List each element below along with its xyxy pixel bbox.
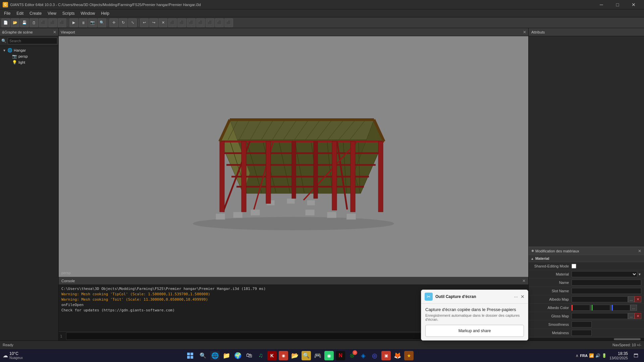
smoothness-row: Smoothness 0 [529, 320, 644, 329]
toolbar-save[interactable]: 💾 [20, 18, 29, 27]
weather-desc: Nuageux [9, 356, 23, 360]
start-button[interactable] [185, 350, 196, 361]
toolbar-btn-more4[interactable]: ⬛ [196, 18, 205, 27]
scene-graph-close[interactable]: ✕ [53, 30, 56, 35]
toolbar-btn-more6[interactable]: ⬛ [215, 18, 224, 27]
shared-editing-checkbox[interactable] [572, 264, 576, 268]
tray-sound[interactable]: 🔊 [595, 353, 600, 358]
taskbar-gaming-icon[interactable]: 🎮 [313, 351, 322, 360]
material-section-header[interactable]: ▲ Material [529, 255, 644, 262]
toolbar-btn-more2[interactable]: ⬛ [177, 18, 186, 27]
toolbar-btn7[interactable]: ⬛ [58, 18, 66, 27]
taskbar-green-icon[interactable]: ◉ [324, 351, 334, 360]
maximize-button[interactable]: □ [610, 0, 625, 9]
name-input[interactable] [572, 280, 641, 286]
material-panel-close[interactable]: ✕ [638, 249, 641, 253]
toolbar-btn-more3[interactable]: ⬛ [187, 18, 196, 27]
taskbar-app-red-icon[interactable]: ◉ [279, 351, 288, 360]
albedo-r-input[interactable]: 0 [572, 305, 590, 311]
viewport-close[interactable]: ✕ [523, 30, 526, 35]
toolbar-delete[interactable]: ✕ [159, 18, 167, 27]
gloss-map-delete[interactable]: ✕ [635, 313, 641, 319]
tree-item-hangar[interactable]: ▼ 🌐 Hangar [1, 47, 57, 53]
toolbar-play[interactable]: ▶ [69, 18, 78, 27]
tree-item-persp[interactable]: 📷 persp [6, 53, 57, 59]
taskbar-discord-icon[interactable]: ◎ [370, 351, 379, 360]
close-button[interactable]: ✕ [626, 0, 641, 9]
taskbar-spotify-icon[interactable]: ♫ [256, 351, 265, 360]
toolbar-scale[interactable]: ⤡ [128, 18, 137, 27]
menu-window[interactable]: Window [78, 10, 98, 16]
toolbar-save2[interactable]: 🗒 [30, 18, 38, 27]
material-dropdown[interactable] [572, 271, 637, 277]
taskbar-edge-icon[interactable]: 🌐 [210, 351, 220, 360]
capture-close-button[interactable]: ✕ [521, 294, 525, 299]
tray-wifi[interactable]: 📶 [589, 353, 594, 358]
material-panel-header: ✱ Modification des matériaux ✕ [529, 247, 644, 255]
taskbar-store-icon[interactable]: 🛍 [245, 351, 254, 360]
toolbar-btn6[interactable]: ⬛ [48, 18, 57, 27]
taskbar-netflix-icon[interactable]: N [336, 351, 345, 360]
toolbar-btn5[interactable]: ⬛ [39, 18, 48, 27]
albedo-map-browse[interactable]: … [628, 296, 635, 302]
metalness-input[interactable]: 0 [572, 330, 592, 336]
viewport[interactable]: persp [59, 36, 528, 277]
taskbar-xbox-icon[interactable]: ⊗ 2 [347, 351, 357, 360]
menu-help[interactable]: Help [98, 10, 112, 16]
taskbar-search-button[interactable]: 🔍 [198, 350, 208, 361]
taskbar-browser-icon[interactable]: 🌍 [233, 351, 243, 360]
taskbar-blue-icon[interactable]: ◈ [359, 351, 368, 360]
tree-item-light[interactable]: 💡 light [6, 59, 57, 65]
toolbar-redo[interactable]: ↪ [149, 18, 158, 27]
material-scrollbar[interactable] [529, 338, 644, 341]
taskbar-firefox-icon[interactable]: 🦊 [393, 351, 402, 360]
toolbar-camera[interactable]: 📷 [88, 18, 97, 27]
menu-create[interactable]: Create [27, 10, 44, 16]
smoothness-input[interactable]: 0 [572, 321, 592, 327]
toolbar-rotate[interactable]: ↻ [119, 18, 127, 27]
gloss-map-input[interactable] [572, 313, 628, 319]
taskbar-app-square-icon[interactable]: ▣ [381, 351, 391, 360]
markup-share-button[interactable]: Markup and share [425, 325, 524, 337]
slot-name-input[interactable] [572, 288, 641, 294]
tray-battery[interactable]: 🔋 [602, 353, 607, 358]
toolbar-pause[interactable]: ⏸ [79, 18, 88, 27]
menu-scripts[interactable]: Scripts [60, 10, 77, 16]
albedo-map-input[interactable] [572, 296, 628, 302]
toolbar-new[interactable]: 📄 [1, 18, 10, 27]
taskbar-star-icon[interactable]: ★ [404, 351, 414, 360]
toolbar-undo[interactable]: ↩ [140, 18, 149, 27]
svg-rect-46 [266, 141, 271, 203]
taskbar-files-icon[interactable]: 📂 [290, 351, 300, 360]
section-expand-icon: ▲ [531, 257, 534, 260]
tray-chevron[interactable]: ∧ [576, 353, 579, 358]
albedo-b-input[interactable]: 0 [612, 305, 630, 311]
toolbar-btn-more1[interactable]: ⬛ [168, 18, 177, 27]
search-input[interactable] [8, 38, 57, 44]
notification-button[interactable]: 🗖 [631, 350, 641, 361]
tree-icon-persp: 📷 [12, 54, 17, 59]
menu-file[interactable]: File [1, 10, 13, 16]
gloss-map-browse[interactable]: … [628, 313, 635, 319]
taskbar-clock[interactable]: 18:35 13/02/2025 [609, 351, 628, 360]
toolbar-open[interactable]: 📂 [11, 18, 19, 27]
albedo-g-input[interactable]: 0 [592, 305, 610, 311]
toolbar-move[interactable]: ✛ [109, 18, 118, 27]
albedo-map-delete[interactable]: ✕ [635, 296, 641, 302]
toolbar-btn-more7[interactable]: ⬛ [224, 18, 233, 27]
minimize-button[interactable]: ─ [594, 0, 609, 9]
tree-expand-persp [7, 55, 11, 58]
menu-edit[interactable]: Edit [14, 10, 26, 16]
console-text-3: onFileOpen [61, 303, 84, 307]
taskbar-app-k-icon[interactable]: K [267, 351, 277, 360]
menu-view[interactable]: View [45, 10, 59, 16]
taskbar-search2-icon[interactable]: 🔍 [302, 351, 311, 360]
capture-sub-text: Enregistrement automatique dans le dossi… [425, 313, 524, 321]
albedo-color-browse[interactable]: … [630, 305, 637, 311]
capture-menu-button[interactable]: ··· [514, 294, 518, 299]
taskbar-explorer-icon[interactable]: 📁 [222, 351, 231, 360]
toolbar-search[interactable]: 🔍 [98, 18, 106, 27]
toolbar-btn-more5[interactable]: ⬛ [206, 18, 214, 27]
svg-rect-9 [307, 200, 315, 205]
console-close[interactable]: ✕ [522, 279, 526, 283]
